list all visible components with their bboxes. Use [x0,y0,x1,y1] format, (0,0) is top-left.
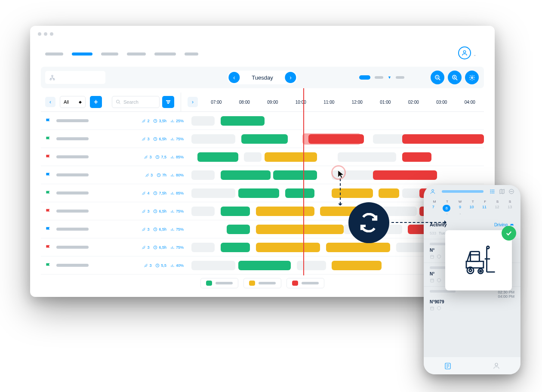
task-bar[interactable] [256,225,344,234]
task-bar[interactable] [297,261,326,270]
task-bar[interactable] [191,116,215,126]
top-nav [45,49,480,58]
svg-rect-2 [50,79,51,80]
time-label: 03:00 [428,100,456,105]
profile-caret-icon[interactable]: ⌄ [473,52,477,57]
gantt-row[interactable]: 37h80% [41,166,484,184]
task-bar[interactable] [244,152,262,162]
task-bar[interactable] [191,261,235,270]
time-label: 10:00 [287,100,315,105]
phone-nav-profile[interactable] [472,357,521,374]
svg-rect-67 [431,279,434,282]
more-icon[interactable] [508,188,514,194]
task-bar[interactable] [241,134,288,144]
task-bar[interactable] [227,225,250,234]
prev-day-button[interactable]: ‹ [228,72,240,83]
task-bar[interactable] [265,152,317,162]
svg-rect-76 [471,251,480,261]
phone-nav-list[interactable] [424,357,472,374]
sync-arrow-right [391,222,445,223]
search-input[interactable]: Search [112,96,160,108]
gantt-row[interactable]: 36,5h75% [41,130,484,148]
task-bar[interactable] [402,152,431,162]
svg-point-56 [490,193,491,193]
nav-item[interactable] [45,52,63,56]
task-bar[interactable] [256,243,320,252]
nav-item[interactable] [185,52,198,56]
task-bar[interactable] [191,134,235,144]
task-card[interactable] [445,230,512,290]
task-bar[interactable] [285,188,314,198]
sync-arrow-down [340,179,341,204]
task-bar[interactable] [221,243,250,252]
task-bar[interactable] [221,207,250,216]
task-bar[interactable] [191,207,215,216]
zoom-in-button[interactable] [448,71,462,84]
task-bar[interactable] [308,134,364,144]
task-bar[interactable] [273,170,317,180]
svg-point-85 [487,246,490,249]
phone-calendar-dates[interactable]: 78910111213 [424,204,520,213]
svg-point-55 [490,191,491,191]
task-bar[interactable] [332,188,373,198]
task-bar[interactable] [221,116,265,126]
gantt-row[interactable]: 47,5h85% [41,184,484,202]
nav-item-active[interactable] [72,52,92,56]
sort-button[interactable] [162,96,174,108]
task-bar[interactable] [379,188,399,198]
time-label: 01:00 [371,100,400,105]
task-bar[interactable] [197,152,238,162]
current-day-label: Tuesday [241,74,283,81]
gantt-row[interactable]: 35,540% [41,256,484,275]
task-bar[interactable] [326,243,391,252]
nav-item[interactable] [154,52,176,56]
svg-point-54 [490,190,491,190]
list-icon[interactable] [490,188,496,194]
svg-point-11 [471,77,473,78]
gantt-row[interactable]: 37,585% [41,148,484,166]
scroll-left-button[interactable]: › [188,97,198,107]
task-bar[interactable] [373,170,437,180]
task-bar[interactable] [238,188,279,198]
svg-point-59 [509,189,514,194]
task-bar[interactable] [191,188,235,198]
filter-label: All [64,99,69,105]
org-selector[interactable] [45,71,105,84]
task-bar[interactable] [238,261,291,270]
svg-point-79 [469,269,472,272]
zoom-settings [431,71,479,84]
svg-point-81 [480,270,481,272]
svg-rect-65 [431,255,434,258]
gantt-row[interactable]: 36,5h75% [41,238,484,256]
collapse-left-button[interactable]: ‹ [45,97,55,107]
filter-select[interactable]: All◆ [60,96,86,108]
task-bar[interactable] [191,243,215,252]
next-day-button[interactable]: › [285,72,296,83]
phone-title-bar [442,190,483,193]
map-icon[interactable] [499,188,505,194]
svg-line-13 [119,103,120,104]
gantt-row[interactable]: 23,5h25% [41,112,484,130]
svg-point-50 [432,189,434,191]
forklift-icon [458,240,499,281]
task-bar[interactable] [191,170,215,180]
nav-item[interactable] [101,52,118,56]
task-bar[interactable] [221,170,271,180]
zoom-out-button[interactable] [431,71,444,84]
add-button[interactable]: + [90,96,102,108]
view-toggle[interactable]: ▼ [359,75,404,80]
time-label: 12:00 [343,100,372,105]
task-bar[interactable] [332,261,382,270]
settings-button[interactable] [465,71,479,84]
legend-green [200,278,238,288]
task-bar[interactable] [256,207,314,216]
svg-point-61 [511,191,511,191]
nav-item[interactable] [127,52,146,56]
gantt-row[interactable]: 36,5h75% [41,220,484,238]
task-bar[interactable] [402,134,484,144]
task-bar[interactable] [338,152,396,162]
gantt-row[interactable]: 36,5h75% [41,202,484,220]
profile-avatar[interactable] [458,46,471,59]
window-controls [38,32,53,36]
gantt-rows: 23,5h25%36,5h75%37,585%37h80%47,5h85%36,… [41,112,484,275]
